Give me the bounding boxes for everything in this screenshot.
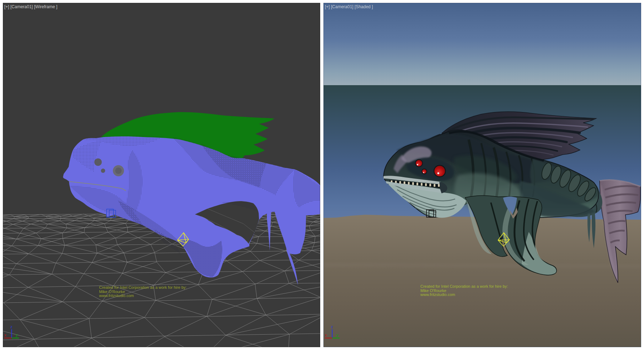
svg-text:x: x: [325, 333, 327, 337]
svg-text:z: z: [10, 325, 13, 329]
svg-text:x: x: [4, 333, 6, 337]
svg-text:www.fritzstudio.com: www.fritzstudio.com: [99, 293, 134, 298]
svg-text:y: y: [16, 333, 18, 337]
svg-text:y: y: [336, 333, 338, 337]
svg-text:Created for Intel Corporation: Created for Intel Corporation as a work …: [420, 284, 508, 288]
svg-text:[+] [Camera01] [Shaded ]: [+] [Camera01] [Shaded ]: [325, 4, 373, 9]
svg-text:Created for Intel Corporation: Created for Intel Corporation as a work …: [99, 285, 187, 290]
svg-text:www.fritzstudio.com: www.fritzstudio.com: [420, 292, 455, 297]
svg-text:z: z: [331, 325, 333, 329]
svg-text:[+] [Camera01] [Wireframe ]: [+] [Camera01] [Wireframe ]: [4, 4, 57, 9]
